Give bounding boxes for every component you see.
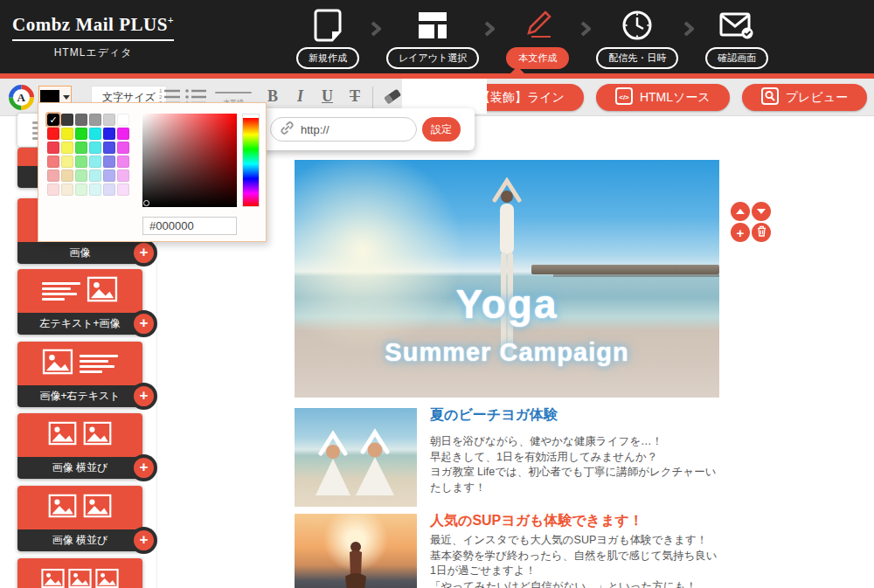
section-text-beach-yoga[interactable]: 夏のビーチヨガ体験 朝日を浴びながら、健やかな健康ライフを…！ 早起きして、1日…	[430, 406, 720, 495]
color-swatch[interactable]	[47, 156, 59, 168]
color-swatch[interactable]	[117, 156, 129, 168]
add-block-button[interactable]: +	[134, 458, 154, 478]
wizard-steps: 新規作成 レイアウト選択 本文作成	[290, 7, 774, 69]
step-pill-layout[interactable]: レイアウト選択	[386, 47, 479, 69]
color-swatch[interactable]	[47, 128, 59, 140]
color-swatch[interactable]	[103, 142, 115, 154]
color-swatch[interactable]	[117, 169, 129, 182]
delete-button[interactable]	[752, 223, 771, 242]
color-swatch[interactable]	[89, 183, 101, 196]
color-swatch[interactable]	[89, 114, 101, 126]
color-swatch[interactable]	[117, 142, 129, 154]
app-logo: Combz Mail PLUS+ HTMLエディタ	[12, 14, 174, 60]
color-swatch[interactable]	[89, 169, 101, 182]
underline-button[interactable]: U	[316, 86, 338, 107]
italic-button[interactable]: I	[292, 86, 309, 107]
color-swatch[interactable]	[103, 156, 115, 168]
add-block-button[interactable]: +	[134, 530, 154, 550]
section-heading: 夏のビーチヨガ体験	[430, 406, 720, 425]
preview-button[interactable]: プレビュー	[742, 84, 867, 111]
pier-shape	[531, 265, 719, 274]
hero-title-text: Yoga	[295, 280, 719, 328]
move-down-button[interactable]	[752, 202, 771, 221]
svg-text:2: 2	[159, 94, 163, 100]
add-block-button[interactable]: +	[134, 314, 154, 334]
color-swatch[interactable]	[117, 128, 129, 140]
logo-title: Combz Mail PLUS+	[12, 14, 174, 41]
code-icon: </>	[615, 87, 633, 107]
color-swatch[interactable]	[61, 183, 73, 196]
color-swatch[interactable]	[61, 114, 73, 126]
color-swatch[interactable]	[75, 114, 87, 126]
font-color-icon[interactable]: A	[3, 80, 39, 115]
strikethrough-button[interactable]: T	[344, 86, 365, 107]
color-swatch[interactable]	[61, 142, 73, 154]
caret-down-icon	[63, 95, 70, 100]
step-pill-recipients[interactable]: 配信先・日時	[596, 47, 678, 69]
gradient-marker[interactable]	[143, 200, 149, 206]
color-swatch[interactable]	[103, 128, 115, 140]
chain-link-icon	[280, 121, 295, 138]
section-image-beach-yoga[interactable]	[295, 408, 417, 507]
url-input[interactable]: http://	[270, 117, 417, 142]
magnifier-icon	[761, 87, 779, 107]
color-swatch[interactable]	[117, 114, 129, 126]
section-heading: 人気のSUPヨガも体験できます！	[430, 512, 720, 530]
hero-image[interactable]: Yoga Summer Campaign	[295, 160, 719, 398]
block-label-bar: 左テキスト+画像 +	[17, 313, 142, 335]
color-swatch[interactable]	[89, 156, 101, 168]
text-lines-icon	[42, 282, 80, 301]
color-swatch[interactable]	[103, 114, 115, 126]
color-swatch[interactable]	[103, 183, 115, 196]
step-layout-select: レイアウト選択	[386, 7, 479, 69]
step-pill-new[interactable]: 新規作成	[296, 47, 359, 69]
color-swatch[interactable]	[117, 183, 129, 196]
add-block-button[interactable]: +	[134, 243, 154, 263]
color-swatch[interactable]	[47, 183, 59, 196]
clock-icon	[621, 7, 653, 44]
two-yoga-figures	[295, 408, 417, 510]
link-set-button[interactable]: 設定	[422, 117, 461, 142]
section-text-sup-yoga[interactable]: 人気のSUPヨガも体験できます！ 最近、インスタでも大人気のSUPヨガも体験でき…	[430, 512, 720, 588]
eraser-icon[interactable]	[382, 86, 403, 109]
sidebar-block-left-text-image[interactable]: 左テキスト+画像 +	[17, 269, 142, 335]
svg-text:1: 1	[159, 88, 163, 93]
sidebar-block-images-row[interactable]: 画像 横並び +	[17, 413, 142, 479]
add-block-button[interactable]: +	[134, 386, 154, 406]
step-pill-confirm[interactable]: 確認画面	[705, 47, 768, 69]
color-swatch[interactable]	[75, 183, 87, 196]
image-icon	[48, 494, 77, 522]
arrow-up-icon	[736, 209, 745, 214]
color-swatch[interactable]	[89, 142, 101, 154]
html-source-button[interactable]: </> HTMLソース	[596, 84, 730, 111]
image-icon	[83, 421, 112, 449]
color-swatch[interactable]: ✓	[47, 114, 59, 126]
pencil-icon	[521, 7, 554, 44]
hex-value-field[interactable]: #000000	[142, 217, 237, 235]
image-icon	[83, 494, 112, 522]
color-swatch[interactable]	[47, 142, 59, 154]
step-confirm: 確認画面	[699, 7, 774, 69]
sidebar-block-images-row-2[interactable]: 画像 横並び +	[17, 486, 142, 551]
hero-subtitle-text: Summer Campaign	[295, 338, 719, 367]
section-image-sup-yoga[interactable]	[295, 514, 417, 588]
color-swatch[interactable]	[75, 169, 87, 182]
sidebar-block-images-row-3[interactable]	[17, 558, 142, 588]
move-up-button[interactable]	[731, 202, 750, 221]
saturation-gradient[interactable]	[142, 114, 237, 207]
section-body: 最近、インスタでも大人気のSUPヨガも体験できます！ 基本姿勢を学び終わったら、…	[430, 533, 720, 588]
color-swatch[interactable]	[75, 128, 87, 140]
color-swatch[interactable]	[47, 169, 59, 182]
sidebar-block-image-right-text[interactable]: 画像+右テキスト +	[17, 342, 142, 407]
color-swatch[interactable]	[75, 156, 87, 168]
hue-slider[interactable]	[242, 114, 260, 207]
logo-plus: +	[168, 14, 174, 26]
color-swatch[interactable]	[89, 128, 101, 140]
color-swatch[interactable]	[61, 128, 73, 140]
color-swatch[interactable]	[75, 142, 87, 154]
color-swatch[interactable]	[103, 169, 115, 182]
color-swatch[interactable]	[61, 156, 73, 168]
add-button[interactable]: +	[731, 223, 750, 242]
color-swatch[interactable]	[61, 169, 73, 182]
block-label-bar: 画像 横並び +	[17, 529, 142, 551]
